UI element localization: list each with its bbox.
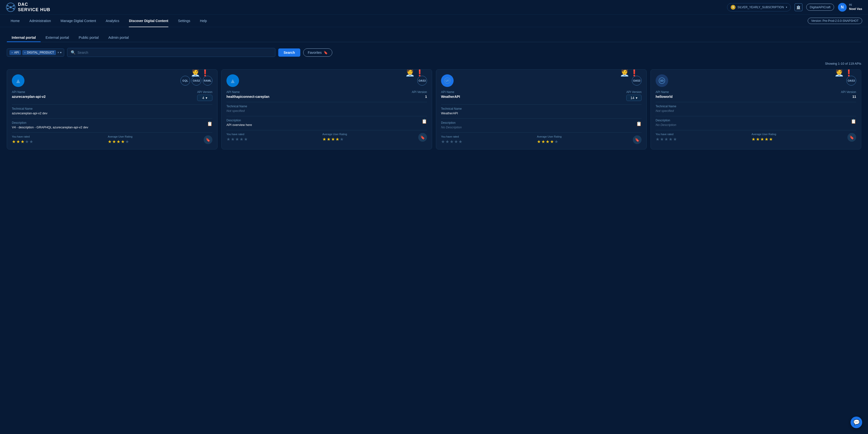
user-rating-block-2: You have rated ★ ★ ★ ★ ★ [226,133,320,142]
coin-icon: $ [731,5,736,10]
user-rating-block-3: You have rated ★ ★ ★ ★ ★ [441,135,535,144]
tab-external-portal[interactable]: External portal [41,33,74,42]
avg-stars-4: ★ ★ ★ ★ ★ [751,136,845,142]
results-info: Showing 1-10 of 119 APIs [7,62,861,65]
logo-icon [6,2,16,12]
star-1: ★ [12,139,16,144]
search-button[interactable]: Search [278,49,300,57]
card-1-meta: API Name API Version azurecareplan-api-v… [12,90,212,101]
user-rating-block-4: You have rated ★ ★ ★ ★ ★ [656,133,750,142]
cards-grid: 🧑‍💼❗ GQL OAS2 RAML API Name API Version [7,69,861,149]
card-1-header: GQL OAS2 RAML [12,74,212,87]
card-4-mascot: 🧑‍💼❗ [834,69,854,77]
rated-label-3: You have rated [441,135,535,138]
api-version-select-3[interactable]: 14 ▾ [626,95,642,101]
tab-internal-portal[interactable]: Internal portal [7,33,41,42]
tech-name-label-3: Technical Name [441,107,642,111]
search-input[interactable] [78,51,272,55]
api-version-select-1[interactable]: 4 ▾ [197,95,212,101]
tech-name-label-1: Technical Name [12,107,212,111]
api-name-value-4: helloworld [656,95,839,99]
copy-icon-4[interactable]: 📋 [851,119,856,124]
header: DAC SERVICE HUB $ SILVER_YEARLY_SUBSCRIP… [0,0,868,14]
user-stars-3: ★ ★ ★ ★ ★ [441,139,535,144]
star-2: ★ [16,139,20,144]
filter-tags-container: × API × DIGITAL_PRODUCT × ▾ [7,49,64,57]
chat-bubble[interactable]: 💬 [850,416,862,428]
user-stars-4: ★ ★ ★ ★ ★ [656,136,750,142]
favorites-button[interactable]: Favorites 🔖 [303,49,333,57]
tech-name-label-2: Technical Name [226,104,427,108]
desc-value-3: No Description [441,125,634,129]
org-selector[interactable]: DigitalAPICraft [806,4,834,11]
star-3: ★ [21,139,25,144]
card-2-badges: OAS3 [417,76,427,86]
api-name-label-2: API Name [226,90,410,94]
remove-digital-product-tag[interactable]: × [24,51,26,54]
avg-label-1: Average User Rating [108,135,202,138]
avg-stars-2: ★ ★ ★ ★ ★ [322,136,416,142]
tech-name-value-2: Not specified [226,109,427,113]
badge-raml: RAML [203,76,212,86]
card-1-desc: Description V4 - description - GRAPHQL a… [12,118,212,129]
card-2-logo [226,74,239,87]
card-4-rating: You have rated ★ ★ ★ ★ ★ Average User Ra… [656,130,856,142]
card-1-badges: GQL OAS2 RAML [180,76,212,86]
card-4-logo [656,74,668,87]
card-3-rating: You have rated ★ ★ ★ ★ ★ Average User Ra… [441,132,642,144]
desc-value-4: No Description [656,123,849,127]
api-name-label-1: API Name [12,90,195,94]
portal-tabs: Internal portal External portal Public p… [7,33,861,42]
avg-stars-1: ★ ★ ★ ★ ★ [108,139,202,144]
avg-rating-block-4: Average User Rating ★ ★ ★ ★ ★ [751,133,845,142]
bookmark-icon: 🔖 [323,51,328,55]
bookmark-btn-2[interactable]: 🔖 [418,133,427,142]
card-4-header: OAS3 [656,74,856,87]
card-3-desc: Description No Description 📋 [441,118,642,129]
bookmark-btn-1[interactable]: 🔖 [204,135,212,144]
copy-icon-1[interactable]: 📋 [207,121,212,126]
avg-label-2: Average User Rating [322,133,416,135]
card-1-logo [12,74,25,87]
version-badge: Version: Pre-Prod-2.0.0-SNAPSHOT [808,18,862,24]
subscription-selector[interactable]: $ SILVER_YEARLY_SUBSCRIPTION ▾ [727,3,791,11]
chat-icon: 💬 [853,419,860,426]
nav-manage-digital-content[interactable]: Manage Digital Content [56,14,101,27]
filter-dropdown-btn[interactable]: × ▾ [57,51,62,54]
api-version-value-4: 11 [841,95,856,99]
nav-home[interactable]: Home [6,14,25,27]
nav-discover-digital-content[interactable]: Discover Digital Content [124,14,173,27]
desc-label-1: Description [12,121,205,124]
chevron-down-icon: ▾ [60,51,62,54]
bookmark-btn-4[interactable]: 🔖 [847,133,856,142]
copy-icon-3[interactable]: 📋 [636,121,642,126]
billing-icon[interactable]: 🏦 [795,3,802,11]
tech-name-value-4: Not specified [656,109,856,113]
star-5: ★ [29,139,33,144]
nav-settings[interactable]: Settings [173,14,195,27]
badge-oas3-2: OAS3 [417,76,427,86]
card-3-mascot: 🧑‍💼❗ [620,69,639,77]
close-icon: × [57,51,59,54]
tab-admin-portal[interactable]: Admin portal [103,33,133,42]
api-name-value-3: WeatherAPI [441,95,624,101]
api-version-label-4: API Version [841,90,856,94]
nav-administration[interactable]: Administration [25,14,56,27]
azure-logo-svg-2 [229,77,236,84]
tab-public-portal[interactable]: Public portal [74,33,104,42]
api-card-3: 🧑‍💼❗ OAS3 API Name API Version WeatherAP… [436,69,647,149]
azure-logo-svg [15,77,22,84]
nav-help[interactable]: Help [195,14,212,27]
badge-gql: GQL [180,76,190,86]
nav-analytics[interactable]: Analytics [101,14,124,27]
api-name-value-2: healthapiconnect-careplan [226,95,410,99]
card-4-badges: OAS3 [846,76,856,86]
bookmark-btn-3[interactable]: 🔖 [633,135,642,144]
remove-api-tag[interactable]: × [11,51,13,54]
rated-label-4: You have rated [656,133,750,135]
favorites-label: Favorites [308,51,322,55]
copy-icon-2[interactable]: 📋 [422,119,427,124]
user-stars-2: ★ ★ ★ ★ ★ [226,136,320,142]
star-4: ★ [25,139,29,144]
avg-stars-3: ★ ★ ★ ★ ★ [537,139,631,144]
